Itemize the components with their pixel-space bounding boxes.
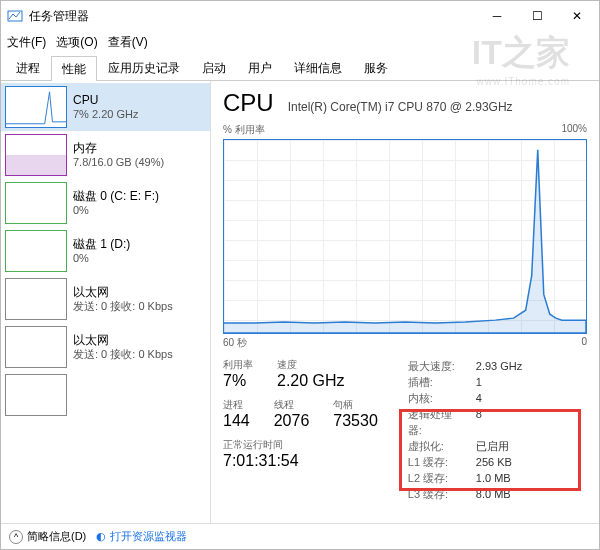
sidebar-item-extra[interactable]: [1, 371, 210, 419]
monitor-icon: ◐: [96, 530, 106, 543]
page-title: CPU: [223, 89, 274, 117]
main-panel: CPU Intel(R) Core(TM) i7 CPU 870 @ 2.93G…: [211, 81, 599, 523]
ethernet-thumbnail: [5, 278, 67, 320]
sidebar-sub: 0%: [73, 203, 159, 217]
sidebar-sub: 7% 2.20 GHz: [73, 107, 138, 121]
sidebar-item-memory[interactable]: 内存7.8/16.0 GB (49%): [1, 131, 210, 179]
footer: ^ 简略信息(D) ◐ 打开资源监视器: [1, 523, 599, 549]
sidebar-label: 内存: [73, 141, 164, 155]
handle-label: 句柄: [333, 398, 378, 412]
chart-x-right: 0: [581, 336, 587, 350]
sidebar-label: 以太网: [73, 285, 173, 299]
tab-details[interactable]: 详细信息: [283, 55, 353, 80]
max-speed-label: 最大速度:: [408, 358, 464, 374]
tab-users[interactable]: 用户: [237, 55, 283, 80]
thumbnail: [5, 374, 67, 416]
sidebar-item-ethernet0[interactable]: 以太网发送: 0 接收: 0 Kbps: [1, 275, 210, 323]
cpu-thumbnail: [5, 86, 67, 128]
sidebar-sub: 0%: [73, 251, 130, 265]
sidebar-label: 磁盘 0 (C: E: F:): [73, 189, 159, 203]
sidebar[interactable]: CPU7% 2.20 GHz 内存7.8/16.0 GB (49%) 磁盘 0 …: [1, 81, 211, 523]
thread-value: 2076: [274, 412, 310, 430]
tab-app-history[interactable]: 应用历史记录: [97, 55, 191, 80]
sidebar-item-cpu[interactable]: CPU7% 2.20 GHz: [1, 83, 210, 131]
tab-bar: 进程 性能 应用历史记录 启动 用户 详细信息 服务: [1, 53, 599, 81]
sidebar-item-disk0[interactable]: 磁盘 0 (C: E: F:)0%: [1, 179, 210, 227]
cores-value: 4: [476, 390, 482, 406]
uptime-value: 7:01:31:54: [223, 452, 378, 470]
sockets-value: 1: [476, 374, 482, 390]
tab-startup[interactable]: 启动: [191, 55, 237, 80]
ethernet-thumbnail: [5, 326, 67, 368]
handle-value: 73530: [333, 412, 378, 430]
proc-label: 进程: [223, 398, 250, 412]
cpu-chart: [223, 139, 587, 334]
proc-value: 144: [223, 412, 250, 430]
disk-thumbnail: [5, 182, 67, 224]
highlight-box: [399, 409, 581, 491]
maximize-button[interactable]: ☐: [517, 1, 557, 31]
thread-label: 线程: [274, 398, 310, 412]
speed-label: 速度: [277, 358, 345, 372]
chart-y-max: 100%: [561, 123, 587, 137]
sidebar-label: 以太网: [73, 333, 173, 347]
minimize-button[interactable]: ─: [477, 1, 517, 31]
sidebar-sub: 发送: 0 接收: 0 Kbps: [73, 299, 173, 313]
tab-performance[interactable]: 性能: [51, 56, 97, 81]
cpu-model: Intel(R) Core(TM) i7 CPU 870 @ 2.93GHz: [288, 100, 513, 114]
memory-thumbnail: [5, 134, 67, 176]
util-value: 7%: [223, 372, 253, 390]
chart-x-left: 60 秒: [223, 336, 247, 350]
menu-file[interactable]: 文件(F): [7, 34, 46, 51]
sidebar-label: CPU: [73, 93, 138, 107]
disk-thumbnail: [5, 230, 67, 272]
menu-view[interactable]: 查看(V): [108, 34, 148, 51]
util-label: 利用率: [223, 358, 253, 372]
chevron-up-icon: ^: [9, 530, 23, 544]
cores-label: 内核:: [408, 390, 464, 406]
tab-processes[interactable]: 进程: [5, 55, 51, 80]
fewer-details-button[interactable]: ^ 简略信息(D): [9, 529, 86, 544]
open-resource-monitor-link[interactable]: ◐ 打开资源监视器: [96, 529, 187, 544]
sockets-label: 插槽:: [408, 374, 464, 390]
window-title: 任务管理器: [29, 8, 477, 25]
titlebar: 任务管理器 ─ ☐ ✕: [1, 1, 599, 31]
app-icon: [7, 8, 23, 24]
sidebar-item-ethernet1[interactable]: 以太网发送: 0 接收: 0 Kbps: [1, 323, 210, 371]
menu-options[interactable]: 选项(O): [56, 34, 97, 51]
menubar: 文件(F) 选项(O) 查看(V): [1, 31, 599, 53]
sidebar-item-disk1[interactable]: 磁盘 1 (D:)0%: [1, 227, 210, 275]
sidebar-sub: 7.8/16.0 GB (49%): [73, 155, 164, 169]
speed-value: 2.20 GHz: [277, 372, 345, 390]
uptime-label: 正常运行时间: [223, 439, 283, 450]
sidebar-label: 磁盘 1 (D:): [73, 237, 130, 251]
sidebar-sub: 发送: 0 接收: 0 Kbps: [73, 347, 173, 361]
max-speed-value: 2.93 GHz: [476, 358, 522, 374]
tab-services[interactable]: 服务: [353, 55, 399, 80]
chart-y-label: % 利用率: [223, 123, 265, 137]
close-button[interactable]: ✕: [557, 1, 597, 31]
